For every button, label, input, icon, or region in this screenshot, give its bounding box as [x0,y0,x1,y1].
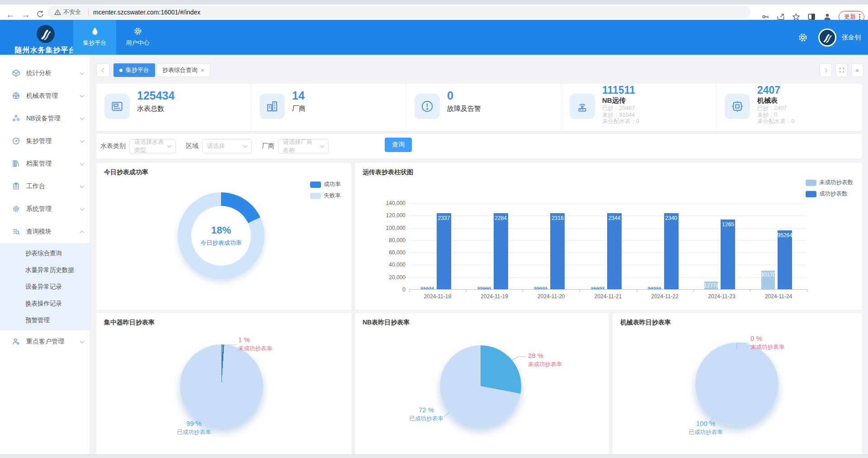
sidebar-subitem[interactable]: 抄表综合查询 [0,245,90,262]
legend-item[interactable]: 未成功抄表数 [806,177,853,188]
username: 张金钊 [842,33,861,42]
fullscreen-button[interactable] [835,63,848,77]
stat-value: 111511 [602,84,635,96]
x-axis-tick [409,290,410,292]
header-tab-usercenter[interactable]: 用户中心 [116,20,159,55]
bar-successful[interactable] [607,213,622,289]
legend-item[interactable]: 成功率 [310,179,341,190]
filter-label: 水表类别 [100,142,126,150]
legend-label: 未成功抄表数 [819,179,853,186]
bar-value-label: 1265 [713,221,742,228]
bar-successful[interactable] [721,219,735,289]
sidebar-item[interactable]: 查询模块 [0,220,90,243]
pie-name-unsuccessful: 未成功抄表率 [528,361,562,368]
workbench-icon [12,182,21,191]
sidebar-item[interactable]: 集抄管理 [0,130,90,153]
bar-plot-area[interactable]: 2337210742024-11-182284229902024-11-1923… [409,203,807,290]
donut-center-value: 18% [211,224,231,236]
filter-panel: 水表类别请选择水表类型区域请选择厂商请选择厂商名称 查询 [96,134,862,158]
tab-close-icon[interactable]: × [201,67,204,74]
bar-successful[interactable] [437,213,451,289]
stat-value: 2407 [757,84,780,96]
donut-chart[interactable]: 18% 今日抄表成功率 [178,192,264,279]
tab-label: 抄表综合查询 [162,66,198,74]
x-axis-tick [580,290,580,292]
sidebar-item[interactable]: 统计分析 [0,62,90,85]
stat-label: 机械表 [757,96,778,105]
stat-card: 14厂商 [251,84,406,131]
forward-icon[interactable]: → [21,10,31,20]
horizontal-scrollbar[interactable] [0,454,868,458]
browser-menu-icon[interactable] [859,13,860,21]
legend-swatch [310,181,321,188]
tabs-scroll-right-button[interactable] [820,63,832,77]
tab-jichao-platform[interactable]: 集抄平台 [113,63,155,77]
bar-value-label: 12778 [697,282,726,289]
search-button[interactable]: 查询 [385,138,412,152]
bar-successful[interactable] [664,213,679,289]
tab-meter-reading-query[interactable]: 抄表综合查询 × [156,63,210,77]
chevron-down-icon [80,206,85,211]
bar-clipped-label: 21074 [414,285,441,289]
legend-item[interactable]: 失败率 [310,190,341,201]
pie-label-unsuccessful: 1 % 未成功抄表率 [238,336,272,353]
header-tab-jichao[interactable]: 集抄平台 [73,20,116,55]
x-axis-tick [693,290,694,292]
sidebar-item[interactable]: 系统管理 [0,198,90,220]
select-placeholder: 请选择水表类型 [134,138,165,154]
pie-pct-unsuccessful: 1 % [238,336,272,344]
back-icon[interactable]: ← [5,10,15,20]
view-tabbar: 集抄平台 抄表综合查询 × × [96,63,862,78]
y-axis-tick-label: 0 [364,286,406,293]
sidebar-item[interactable]: 工作台 [0,175,90,198]
x-axis-label: 2024-11-21 [580,293,637,300]
filter-select[interactable]: 请选择 [202,139,252,153]
sidebar-item[interactable]: 机械表管理 [0,85,90,107]
sidebar-subitem[interactable]: 换表操作记录 [0,295,90,312]
filter-select[interactable]: 请选择厂商名称 [278,139,329,153]
pie-pct-unsuccessful: 28 % [528,352,562,359]
query-icon [12,227,21,236]
bar-successful[interactable] [550,213,565,289]
address-bar[interactable]: 不安全 mcenter.szcswater.com:16001/#/index [47,6,750,19]
sidebar-subitem[interactable]: 水量异常历史数据 [0,262,90,278]
sidebar-subitem[interactable]: 预警管理 [0,312,90,329]
browser-toolbar: ← → 不安全 mcenter.szcswater.com:16001/#/in… [0,5,868,20]
sidebar-item[interactable]: 档案管理 [0,153,90,175]
settings-gear-icon[interactable] [797,32,808,43]
bar-legend: 未成功抄表数成功抄表数 [806,177,853,200]
pie-name-successful: 已成功抄表率 [390,415,462,423]
filter-select[interactable]: 请选择水表类型 [129,139,176,153]
pie-chart-mechanical-meter[interactable] [695,343,778,426]
reload-icon[interactable] [36,10,46,20]
pie-chart-concentrator[interactable] [180,344,263,428]
chevron-down-icon [80,71,85,75]
nb-device-icon [12,114,21,123]
bar-clipped-label: 24231 [641,285,668,289]
bar-value-label: 2337 [429,215,458,221]
select-placeholder: 请选择 [207,142,225,150]
close-tabs-button[interactable]: × [851,63,863,77]
tabs-scroll-left-button[interactable] [96,63,110,77]
header-tab-label: 用户中心 [116,39,159,47]
legend-swatch [806,180,816,186]
sidebar-item[interactable]: NB设备管理 [0,107,90,130]
pie-card-title: NB表昨日抄表率 [363,319,410,327]
archive-icon [12,159,21,168]
bar-successful[interactable] [778,230,792,289]
sidebar-subitem[interactable]: 设备异常记录 [0,278,90,295]
sidebar: 统计分析机械表管理NB设备管理集抄管理档案管理工作台系统管理查询模块抄表综合查询… [0,55,90,458]
url-text[interactable]: mcenter.szcswater.com:16001/#/index [93,9,200,16]
user-menu[interactable]: 张金钊 [818,29,861,47]
pie-card-nb-meter: NB表昨日抄表率 28 % 未成功抄表率 72 % 已成功抄表率 [355,313,609,458]
legend-item[interactable]: 成功抄表数 [806,188,853,200]
bar-successful[interactable] [494,213,508,289]
y-axis-tick-label: 100,000 [364,225,406,231]
sidebar-item[interactable]: 重点客户管理 [0,330,90,353]
x-axis-label: 2024-11-23 [693,293,750,300]
chevron-down-icon [80,93,85,98]
donut-center: 18% 今日抄表成功率 [191,206,251,266]
x-axis-tick [466,290,467,292]
security-label[interactable]: 不安全 [63,8,81,16]
x-axis-label: 2024-11-18 [409,293,466,300]
